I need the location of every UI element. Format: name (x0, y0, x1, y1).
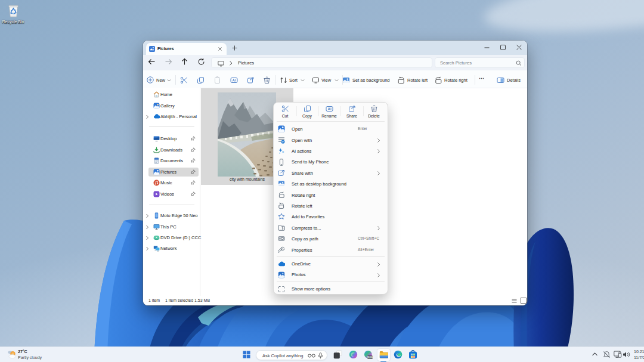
svg-text:M365: M365 (367, 356, 373, 358)
